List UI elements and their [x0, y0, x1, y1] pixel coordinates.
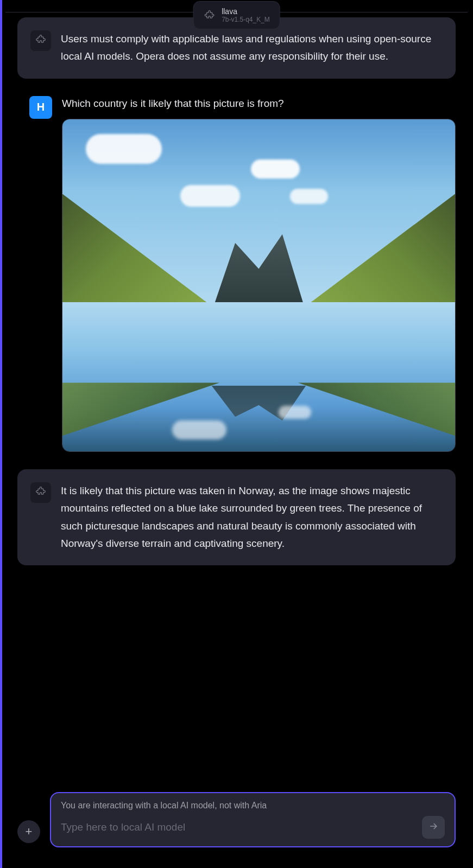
user-message: H Which country is it likely that this p… [17, 96, 456, 452]
image-cloud [251, 159, 300, 178]
user-avatar: H [29, 96, 52, 119]
system-message-text: Users must comply with applicable laws a… [61, 30, 443, 66]
message-input[interactable] [61, 821, 415, 833]
system-avatar [30, 482, 51, 503]
send-button[interactable] [422, 816, 445, 839]
arrow-right-icon [428, 821, 439, 834]
input-row [61, 816, 445, 839]
model-badge[interactable]: llava 7b-v1.5-q4_K_M [193, 1, 280, 29]
attached-image[interactable] [62, 119, 456, 452]
image-cloud [86, 134, 162, 164]
model-version: 7b-v1.5-q4_K_M [222, 16, 270, 23]
user-message-text: Which country is it likely that this pic… [62, 96, 456, 112]
puzzle-icon [35, 34, 46, 47]
user-message-content: Which country is it likely that this pic… [62, 96, 456, 452]
system-message-text: It is likely that this picture was taken… [61, 482, 443, 552]
image-reflection [180, 386, 337, 425]
image-cloud-reflection [172, 420, 226, 439]
image-reflection [298, 382, 456, 442]
input-notice: You are interacting with a local AI mode… [61, 801, 445, 810]
system-message: It is likely that this picture was taken… [17, 469, 456, 565]
user-avatar-letter: H [37, 101, 45, 113]
image-cloud [290, 189, 328, 204]
input-area: + You are interacting with a local AI mo… [17, 792, 456, 847]
system-avatar [30, 30, 51, 51]
plus-icon: + [26, 825, 33, 839]
puzzle-icon [203, 9, 215, 21]
model-badge-text: llava 7b-v1.5-q4_K_M [222, 7, 270, 23]
puzzle-icon [35, 486, 46, 499]
add-attachment-button[interactable]: + [17, 820, 40, 843]
image-cloud-reflection [279, 406, 311, 419]
left-accent-edge [0, 0, 2, 868]
input-wrapper: You are interacting with a local AI mode… [50, 792, 456, 847]
chat-container: Users must comply with applicable laws a… [0, 0, 473, 565]
image-lake [62, 302, 455, 451]
image-cloud [180, 185, 240, 207]
model-name: llava [222, 7, 270, 16]
